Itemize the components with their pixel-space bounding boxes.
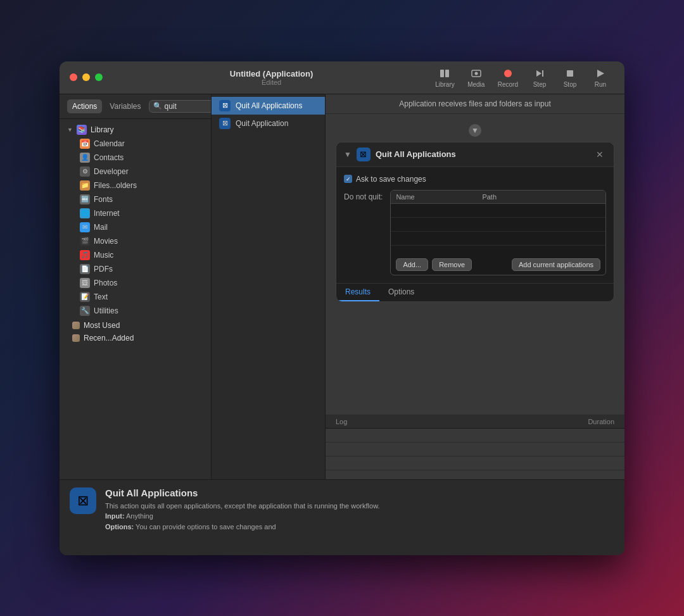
- record-button[interactable]: Record: [493, 65, 523, 91]
- checkbox-row: ✓ Ask to save changes: [344, 175, 606, 184]
- developer-label: Developer: [94, 167, 129, 176]
- action-card-body: ✓ Ask to save changes Do not quit: Name …: [336, 167, 614, 283]
- photos-icon: 🖼: [80, 278, 90, 288]
- log-col-log: Log: [336, 418, 564, 425]
- tab-options[interactable]: Options: [379, 284, 423, 301]
- sidebar-item-recently-added[interactable]: Recen...Added: [60, 332, 211, 344]
- window-title: Untitled (Application): [113, 69, 430, 79]
- log-rows: [326, 429, 624, 479]
- sidebar-item-movies[interactable]: 🎬 Movies: [60, 234, 211, 248]
- minimize-button[interactable]: [82, 73, 90, 81]
- library-icon: [438, 67, 451, 80]
- action-card: ▼ ⊠ Quit All Applications ✕ ✓ Ask to sav…: [336, 142, 614, 302]
- mail-label: Mail: [94, 223, 108, 232]
- svg-rect-1: [445, 70, 449, 77]
- record-label: Record: [498, 81, 518, 88]
- sidebar-item-pdfs[interactable]: 📄 PDFs: [60, 262, 211, 276]
- sidebar-item-developer[interactable]: ⚙ Developer: [60, 165, 211, 179]
- log-row: [326, 429, 624, 443]
- result-item-quit-app[interactable]: ⊠ Quit Application: [212, 115, 325, 132]
- tab-results[interactable]: Results: [336, 284, 379, 301]
- media-button[interactable]: Media: [462, 65, 490, 91]
- bottom-panel: ⊠ Quit All Applications This action quit…: [60, 479, 624, 555]
- pdfs-label: PDFs: [94, 265, 113, 273]
- table-rows: [391, 204, 605, 255]
- calendar-label: Calendar: [94, 139, 125, 148]
- library-group-icon: 📚: [77, 125, 87, 135]
- add-button[interactable]: Add...: [396, 258, 428, 271]
- sidebar-item-fonts[interactable]: 🔤 Fonts: [60, 192, 211, 206]
- log-area: Log Duration: [326, 415, 624, 479]
- stop-button[interactable]: Stop: [556, 65, 584, 91]
- svg-rect-0: [440, 70, 444, 77]
- sidebar-item-most-used[interactable]: Most Used: [60, 319, 211, 332]
- do-not-quit-label: Do not quit:: [344, 190, 383, 201]
- log-col-duration: Duration: [564, 418, 614, 425]
- library-group-label: Library: [91, 125, 114, 134]
- bottom-input-label: Input: Anything: [105, 512, 153, 520]
- log-row: [326, 443, 624, 456]
- close-button[interactable]: [70, 73, 77, 81]
- add-current-applications-button[interactable]: Add current applications: [512, 258, 600, 271]
- result-item-quit-all[interactable]: ⊠ Quit All Applications: [212, 97, 325, 115]
- action-card-close-button[interactable]: ✕: [593, 148, 606, 161]
- tab-actions[interactable]: Actions: [67, 99, 102, 113]
- connector: ▼: [469, 124, 481, 137]
- ask-save-checkbox[interactable]: ✓: [344, 175, 352, 183]
- table-row: [391, 204, 605, 218]
- library-group-header[interactable]: ▼ 📚 Library: [60, 123, 211, 137]
- svg-marker-5: [536, 70, 542, 77]
- bottom-app-icon: ⊠: [70, 487, 96, 514]
- sidebar-item-music[interactable]: 🎵 Music: [60, 248, 211, 262]
- bottom-desc: This action quits all open applications,…: [105, 501, 614, 532]
- main-window: Untitled (Application) Edited Library: [60, 61, 624, 555]
- sidebar-item-mail[interactable]: ✉ Mail: [60, 220, 211, 234]
- stop-label: Stop: [564, 81, 577, 88]
- svg-point-3: [474, 72, 478, 75]
- search-input[interactable]: [165, 102, 212, 111]
- chevron-down-icon: ▼: [67, 127, 73, 133]
- fonts-label: Fonts: [94, 195, 113, 204]
- files-label: Files...olders: [94, 181, 137, 190]
- step-button[interactable]: Step: [526, 65, 554, 91]
- sidebar-item-photos[interactable]: 🖼 Photos: [60, 276, 211, 290]
- text-icon: 📝: [80, 292, 90, 302]
- sidebar-item-files[interactable]: 📁 Files...olders: [60, 179, 211, 192]
- sidebar-item-calendar[interactable]: 📅 Calendar: [60, 137, 211, 151]
- stop-icon: [564, 67, 576, 80]
- col-name: Name: [396, 193, 472, 201]
- most-used-label: Most Used: [84, 321, 120, 330]
- sidebar-item-contacts[interactable]: 👤 Contacts: [60, 151, 211, 165]
- maximize-button[interactable]: [95, 73, 103, 81]
- workflow-area: ▼ ▼ ⊠ Quit All Applications ✕ ✓ Ask to s…: [326, 114, 624, 415]
- sidebar-item-text[interactable]: 📝 Text: [60, 290, 211, 304]
- library-button[interactable]: Library: [430, 65, 460, 91]
- tab-variables[interactable]: Variables: [104, 99, 146, 113]
- movies-label: Movies: [94, 237, 118, 246]
- search-icon: 🔍: [153, 102, 162, 110]
- window-subtitle: Edited: [113, 79, 430, 86]
- music-label: Music: [94, 251, 113, 260]
- table-row: [391, 218, 605, 232]
- recently-added-label: Recen...Added: [84, 334, 134, 343]
- remove-button[interactable]: Remove: [432, 258, 472, 271]
- table-row: [391, 232, 605, 246]
- bottom-description: This action quits all open applications,…: [105, 502, 380, 510]
- card-chevron-icon[interactable]: ▼: [344, 150, 352, 159]
- media-label: Media: [467, 81, 484, 88]
- svg-point-4: [504, 70, 512, 77]
- toolbar: Library Media Record: [430, 65, 614, 91]
- action-card-title: Quit All Applications: [376, 149, 588, 159]
- action-card-header: ▼ ⊠ Quit All Applications ✕: [336, 142, 614, 167]
- library-group: ▼ 📚 Library 📅 Calendar 👤 Contacts ⚙: [60, 122, 211, 319]
- run-label: Run: [595, 81, 606, 88]
- sidebar-item-internet[interactable]: 🌐 Internet: [60, 206, 211, 220]
- content-area: Actions Variables 🔍 ✕ ▼ 📚 Library 📅: [60, 94, 624, 479]
- sidebar-item-utilities[interactable]: 🔧 Utilities: [60, 304, 211, 318]
- log-row: [326, 456, 624, 470]
- run-button[interactable]: Run: [586, 65, 614, 91]
- sidebar: Actions Variables 🔍 ✕ ▼ 📚 Library 📅: [60, 94, 212, 479]
- sidebar-tabs: Actions Variables 🔍 ✕: [60, 94, 211, 119]
- quit-app-icon: ⊠: [219, 118, 231, 129]
- svg-rect-6: [542, 70, 543, 77]
